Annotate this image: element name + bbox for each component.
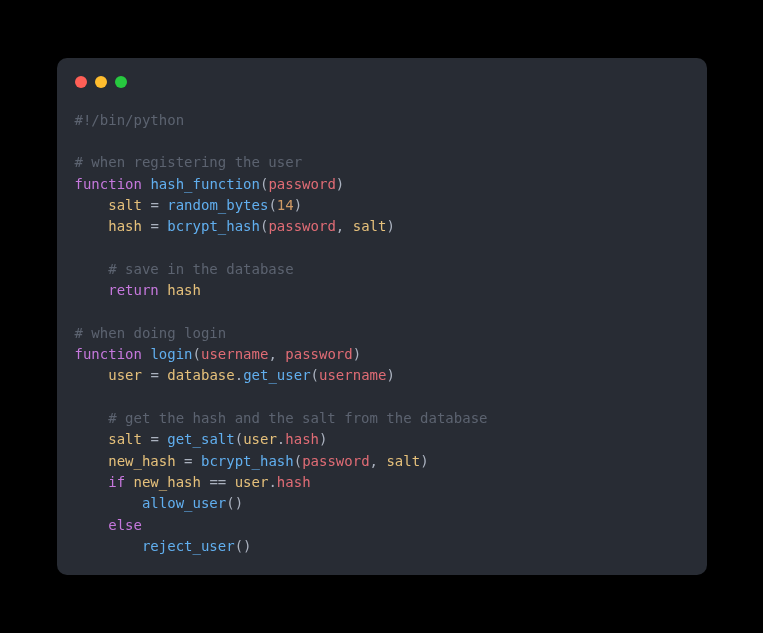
code-token: ( <box>268 197 276 213</box>
code-token: if <box>108 474 125 490</box>
code-token: function <box>75 346 142 362</box>
code-line <box>75 238 689 259</box>
code-token: get_salt <box>167 431 234 447</box>
code-token <box>176 453 184 469</box>
code-line: user = database.get_user(username) <box>75 365 689 386</box>
code-line: # when doing login <box>75 323 689 344</box>
code-token: salt <box>353 218 387 234</box>
code-token: ( <box>311 367 319 383</box>
code-token: hash <box>285 431 319 447</box>
code-token: () <box>235 538 252 554</box>
code-token: password <box>302 453 369 469</box>
code-token: return <box>108 282 159 298</box>
code-token: user <box>108 367 142 383</box>
code-token <box>193 453 201 469</box>
code-token: ( <box>193 346 201 362</box>
code-line: allow_user() <box>75 493 689 514</box>
code-token <box>159 367 167 383</box>
code-token <box>159 218 167 234</box>
code-line: #!/bin/python <box>75 110 689 131</box>
code-token <box>159 197 167 213</box>
code-token: username <box>319 367 386 383</box>
code-token <box>159 431 167 447</box>
code-token: ) <box>353 346 361 362</box>
code-token: database <box>167 367 234 383</box>
code-token: ( <box>294 453 302 469</box>
code-line: new_hash = bcrypt_hash(password, salt) <box>75 451 689 472</box>
code-window: #!/bin/python # when registering the use… <box>57 58 707 575</box>
code-token: hash <box>167 282 201 298</box>
code-token: ) <box>294 197 302 213</box>
code-token: () <box>226 495 243 511</box>
code-line: function hash_function(password) <box>75 174 689 195</box>
code-token: else <box>108 517 142 533</box>
code-token: user <box>243 431 277 447</box>
code-token: ) <box>386 367 394 383</box>
code-token <box>159 282 167 298</box>
code-line: else <box>75 515 689 536</box>
code-token: bcrypt_hash <box>201 453 294 469</box>
code-line: # get the hash and the salt from the dat… <box>75 408 689 429</box>
code-token <box>226 474 234 490</box>
code-token: #!/bin/python <box>75 112 185 128</box>
code-token <box>125 474 133 490</box>
code-token: salt <box>386 453 420 469</box>
code-token: ) <box>336 176 344 192</box>
code-line: hash = bcrypt_hash(password, salt) <box>75 216 689 237</box>
minimize-icon[interactable] <box>95 76 107 88</box>
code-token: = <box>150 197 158 213</box>
code-token <box>344 218 352 234</box>
code-token: random_bytes <box>167 197 268 213</box>
code-line: function login(username, password) <box>75 344 689 365</box>
code-token: hash <box>277 474 311 490</box>
code-token: get_user <box>243 367 310 383</box>
code-token: . <box>268 474 276 490</box>
code-token: , <box>370 453 378 469</box>
code-token: username <box>201 346 268 362</box>
code-token: function <box>75 176 142 192</box>
code-line: # save in the database <box>75 259 689 280</box>
code-token: password <box>268 218 335 234</box>
code-token: password <box>285 346 352 362</box>
code-token: # save in the database <box>108 261 293 277</box>
code-line <box>75 302 689 323</box>
code-line: return hash <box>75 280 689 301</box>
code-token: salt <box>108 431 142 447</box>
code-token: = <box>184 453 192 469</box>
code-token: ( <box>235 431 243 447</box>
code-token: # when registering the user <box>75 154 303 170</box>
maximize-icon[interactable] <box>115 76 127 88</box>
code-token: salt <box>108 197 142 213</box>
close-icon[interactable] <box>75 76 87 88</box>
code-token: == <box>209 474 226 490</box>
code-token: password <box>268 176 335 192</box>
code-token: new_hash <box>108 453 175 469</box>
code-token: = <box>150 367 158 383</box>
code-block: #!/bin/python # when registering the use… <box>75 110 689 557</box>
code-token: user <box>235 474 269 490</box>
code-token: = <box>150 218 158 234</box>
code-token: # when doing login <box>75 325 227 341</box>
code-line <box>75 387 689 408</box>
code-token: allow_user <box>142 495 226 511</box>
code-line: salt = get_salt(user.hash) <box>75 429 689 450</box>
code-token: hash_function <box>150 176 260 192</box>
code-line: salt = random_bytes(14) <box>75 195 689 216</box>
code-token: = <box>150 431 158 447</box>
code-token: ) <box>386 218 394 234</box>
code-token: . <box>235 367 243 383</box>
code-token: login <box>150 346 192 362</box>
code-token: hash <box>108 218 142 234</box>
code-token: , <box>268 346 276 362</box>
window-titlebar <box>75 76 689 88</box>
code-token: 14 <box>277 197 294 213</box>
code-line <box>75 131 689 152</box>
code-line: # when registering the user <box>75 152 689 173</box>
code-token: reject_user <box>142 538 235 554</box>
code-line: reject_user() <box>75 536 689 557</box>
code-line: if new_hash == user.hash <box>75 472 689 493</box>
code-token: # get the hash and the salt from the dat… <box>108 410 487 426</box>
code-token: ) <box>420 453 428 469</box>
code-token: ) <box>319 431 327 447</box>
code-token: bcrypt_hash <box>167 218 260 234</box>
